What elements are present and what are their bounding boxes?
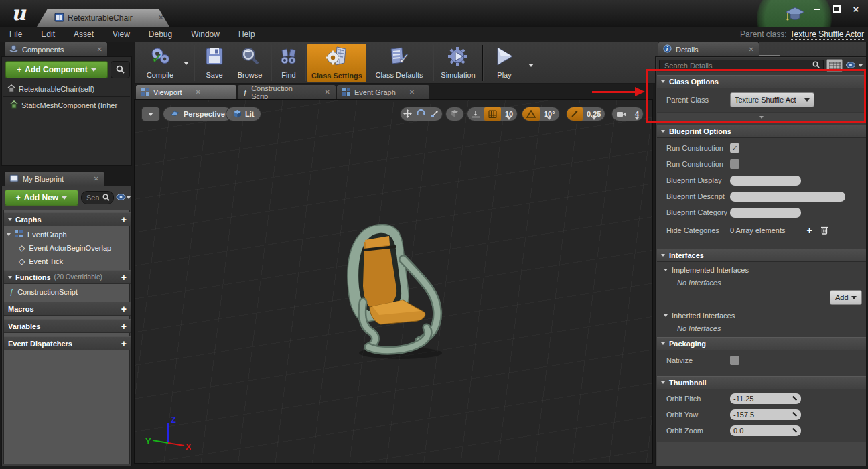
menu-debug[interactable]: Debug	[139, 29, 182, 39]
coordinate-space-button[interactable]	[445, 107, 464, 121]
property-matrix-icon[interactable]	[826, 59, 843, 72]
event-overlap-item[interactable]: ◇ Event ActorBeginOverlap	[19, 241, 131, 255]
add-component-button[interactable]: + Add Component	[5, 61, 108, 78]
close-button[interactable]: ×	[848, 3, 864, 15]
components-tab[interactable]: Components ✕	[4, 42, 108, 56]
tutorial-cap-icon[interactable]	[785, 6, 805, 25]
add-graph-icon[interactable]: +	[121, 214, 127, 225]
tab-close-icon[interactable]: ✕	[325, 88, 330, 96]
angle-snap-value[interactable]: 10°	[540, 107, 559, 121]
tab-close-icon[interactable]: ✕	[196, 88, 201, 96]
viewport-3d[interactable]: Perspective Lit 10 10° 0.25	[134, 99, 653, 464]
browse-button[interactable]: Browse	[231, 44, 269, 82]
my-blueprint-search[interactable]	[81, 191, 114, 204]
class-settings-button[interactable]: Class Settings	[307, 44, 366, 82]
packaging-header[interactable]: Packaging	[657, 337, 866, 350]
grid-snap-toggle-icon[interactable]	[484, 107, 501, 121]
grid-snap-value[interactable]: 10	[501, 107, 517, 121]
component-item-staticmesh[interactable]: StaticMeshComponent (Inher	[2, 98, 139, 111]
checkbox-checked[interactable]: ✓	[730, 143, 739, 153]
visibility-dropdown-icon[interactable]	[127, 196, 131, 199]
maximize-button[interactable]	[828, 3, 845, 15]
tab-event-graph[interactable]: Event Graph ✕	[337, 85, 429, 99]
orbit-yaw-field[interactable]: -157.5	[730, 409, 801, 420]
add-function-icon[interactable]: +	[121, 272, 127, 283]
interfaces-header[interactable]: Interfaces	[657, 249, 866, 262]
move-tool-icon[interactable]	[403, 109, 412, 119]
macros-section-header[interactable]: Macros +	[4, 302, 131, 316]
details-tab[interactable]: i Details ✕	[658, 42, 760, 56]
eventgraph-item[interactable]: EventGraph	[7, 228, 129, 241]
implemented-interfaces-row[interactable]: Implemented Interfaces	[657, 263, 866, 277]
my-blueprint-tab-close-icon[interactable]: ✕	[94, 175, 99, 182]
blueprint-description-field[interactable]	[730, 192, 845, 202]
event-tick-item[interactable]: ◇ Event Tick	[19, 255, 131, 268]
my-blueprint-search-input[interactable]	[85, 193, 100, 202]
details-tab-close-icon[interactable]: ✕	[749, 46, 754, 53]
tab-viewport[interactable]: Viewport ✕	[136, 85, 236, 99]
perspective-button[interactable]: Perspective	[163, 107, 232, 121]
graphs-section-header[interactable]: Graphs +	[4, 212, 131, 226]
components-search-button[interactable]	[111, 61, 130, 78]
inherited-interfaces-row[interactable]: Inherited Interfaces	[657, 309, 866, 322]
add-interface-button[interactable]: Add	[830, 290, 862, 305]
details-view-dropdown-icon[interactable]	[859, 64, 863, 67]
menu-edit[interactable]: Edit	[31, 29, 64, 39]
parent-class-dropdown[interactable]: Texture Shuffle Act	[730, 92, 814, 107]
component-item-self[interactable]: RetexturableChair(self)	[2, 82, 137, 95]
camera-speed-value[interactable]: 4	[631, 107, 643, 121]
add-array-element-icon[interactable]: +	[807, 225, 812, 236]
play-options-dropdown-icon[interactable]	[528, 64, 534, 67]
rotate-tool-icon[interactable]	[417, 109, 425, 119]
functions-section-header[interactable]: Functions (20 Overridable) +	[4, 270, 131, 284]
clear-array-icon[interactable]	[820, 226, 828, 236]
scale-snap-toggle-icon[interactable]	[567, 107, 583, 121]
drag-handle-icon[interactable]	[792, 395, 798, 403]
lit-mode-button[interactable]: Lit	[226, 107, 261, 121]
compile-options-dropdown-icon[interactable]	[184, 62, 189, 65]
parent-class-link[interactable]: Texture Shuffle Actor	[790, 29, 864, 40]
menu-asset[interactable]: Asset	[64, 29, 103, 39]
dispatchers-section-header[interactable]: Event Dispatchers +	[4, 336, 131, 350]
my-blueprint-tab[interactable]: My Blueprint ✕	[4, 171, 104, 186]
class-options-expander[interactable]	[657, 112, 866, 121]
minimize-button[interactable]	[809, 3, 825, 15]
visibility-eye-icon[interactable]	[116, 193, 126, 202]
simulation-button[interactable]: Simulation	[437, 44, 479, 82]
angle-snap-toggle-icon[interactable]	[522, 107, 540, 121]
viewport-options-dropdown[interactable]	[141, 107, 160, 121]
details-search-input[interactable]	[663, 61, 810, 70]
surface-snap-icon[interactable]	[467, 107, 484, 121]
menu-view[interactable]: View	[103, 29, 139, 39]
add-dispatcher-icon[interactable]: +	[121, 338, 127, 349]
details-search[interactable]	[659, 60, 824, 71]
find-button[interactable]: Find	[274, 44, 303, 82]
blueprint-display-name-field[interactable]	[730, 176, 801, 186]
tab-construction-script[interactable]: ƒ Construction Scrip ✕	[238, 85, 336, 99]
menu-help[interactable]: Help	[229, 29, 265, 39]
components-tab-close-icon[interactable]: ✕	[97, 46, 102, 53]
construction-script-item[interactable]: ƒ ConstructionScript	[9, 285, 129, 299]
blueprint-category-field[interactable]	[730, 208, 801, 218]
class-defaults-button[interactable]: ✓ Class Defaults	[369, 44, 429, 82]
details-view-options-eye-icon[interactable]	[845, 61, 856, 70]
nativize-checkbox[interactable]	[730, 356, 739, 365]
checkbox-unchecked[interactable]	[730, 159, 739, 169]
play-button[interactable]: Play	[487, 44, 522, 82]
add-new-button[interactable]: + Add New	[5, 190, 78, 206]
save-button[interactable]: Save	[199, 44, 230, 82]
blueprint-options-header[interactable]: Blueprint Options	[657, 125, 866, 138]
scale-snap-value[interactable]: 0.25	[583, 107, 605, 121]
chair-mesh[interactable]	[339, 222, 459, 362]
orbit-zoom-field[interactable]: 0.0	[730, 425, 801, 436]
variables-section-header[interactable]: Variables +	[4, 319, 131, 333]
class-options-header[interactable]: Class Options	[657, 75, 866, 88]
add-variable-icon[interactable]: +	[121, 321, 127, 332]
drag-handle-icon[interactable]	[792, 411, 798, 419]
tab-close-icon[interactable]: ✕	[409, 88, 415, 96]
scale-tool-icon[interactable]	[431, 109, 439, 119]
drag-handle-icon[interactable]	[792, 427, 798, 435]
camera-speed-icon[interactable]	[612, 107, 631, 121]
menu-file[interactable]: File	[0, 29, 31, 39]
thumbnail-header[interactable]: Thumbnail	[657, 376, 866, 389]
